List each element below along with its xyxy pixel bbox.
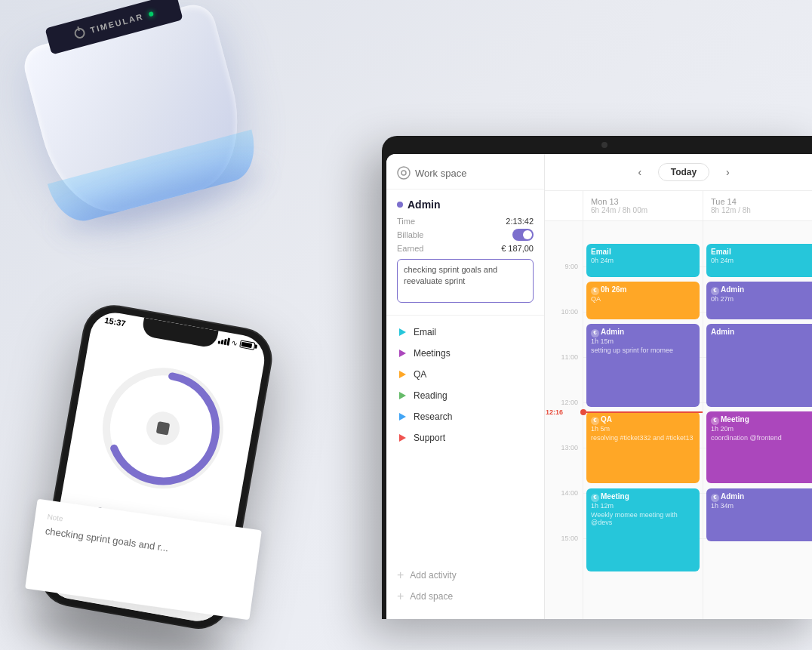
event-duration: 1h 5m: [591, 425, 695, 433]
earned-value: € 187,00: [501, 244, 534, 253]
today-button[interactable]: Today: [658, 163, 709, 181]
app-sidebar: Work space Admin Time 2:13:42 Billable: [386, 154, 545, 619]
event-tue-meeting[interactable]: €Meeting 1h 20m coordination @frontend: [706, 411, 812, 483]
activity-item-reading[interactable]: Reading: [386, 385, 544, 406]
phone-signals: ∿: [217, 336, 255, 350]
event-note: coordination @frontend: [711, 434, 812, 442]
day-name-mon: Mon 13: [591, 197, 695, 206]
billable-row: Billable: [397, 229, 534, 241]
day-col-mon: Mon 13 6h 24m / 8h 00m: [583, 191, 703, 220]
next-arrow[interactable]: ›: [718, 163, 737, 181]
note-textarea[interactable]: checking sprint goals and reevaluate spr…: [397, 259, 534, 303]
tablet-screen: Work space Admin Time 2:13:42 Billable: [386, 154, 812, 619]
time-labels: 9:00 10:00 11:00 12:00 13:00 14:00 15:00: [545, 221, 583, 619]
play-support-icon: [397, 433, 408, 443]
event-duration: 1h 34m: [711, 502, 812, 510]
battery-icon: [239, 340, 255, 350]
calendar-body: 9:00 10:00 11:00 12:00 13:00 14:00 15:00: [545, 221, 812, 619]
activity-item-support[interactable]: Support: [386, 427, 544, 448]
event-duration: 1h 20m: [711, 425, 812, 433]
tablet-frame: Work space Admin Time 2:13:42 Billable: [382, 136, 812, 619]
time-value: 2:13:42: [506, 217, 534, 226]
event-title: €Admin: [711, 491, 812, 502]
event-title: Email: [591, 247, 695, 257]
event-mon-qa1[interactable]: €0h 26m QA: [586, 282, 700, 319]
timeular-device: TIMEULAR: [23, 8, 279, 234]
play-email-icon: [397, 327, 408, 337]
workspace-header: Work space: [386, 166, 544, 189]
day-column-tue: Email 0h 24m €Admin 0h 27m Admin: [703, 221, 812, 619]
current-time-linepart: [586, 411, 703, 413]
event-tue-admin2[interactable]: Admin: [706, 324, 812, 407]
event-mon-meeting[interactable]: €Meeting 1h 12m Weekly momee meeting wit…: [586, 488, 700, 571]
time-label: Time: [397, 217, 415, 226]
device-brand-label: TIMEULAR: [89, 12, 144, 35]
workspace-icon: [397, 166, 411, 180]
tablet-container: Work space Admin Time 2:13:42 Billable: [382, 136, 812, 627]
current-time-dot: [580, 409, 586, 415]
add-activity-plus-icon: +: [397, 569, 404, 581]
time-label-11: 11:00: [561, 353, 578, 361]
activity-item-email[interactable]: Email: [386, 322, 544, 343]
signal-bar-4: [226, 337, 230, 345]
active-entry-header: Admin: [397, 199, 534, 211]
activity-item-meetings[interactable]: Meetings: [386, 343, 544, 364]
billable-toggle[interactable]: [512, 229, 534, 241]
time-gutter-header: [545, 191, 583, 220]
app-calendar: ‹ Today › Mon 13 6h 24m / 8h 00m Tue 14 …: [545, 154, 812, 619]
event-duration: 0h 27m: [711, 295, 812, 303]
event-title: €Admin: [591, 327, 695, 337]
current-time-label: 12:16: [546, 408, 563, 416]
earned-row: Earned € 187,00: [397, 244, 534, 253]
day-hours-mon: 6h 24m / 8h 00m: [591, 206, 695, 214]
activity-label-research: Research: [414, 411, 452, 422]
day-column-mon: 12:16 Email 0h 24m €0h 26m: [583, 221, 703, 619]
time-label-13: 13:00: [561, 444, 578, 451]
time-label-12: 12:00: [561, 399, 578, 406]
event-title: €Meeting: [591, 491, 695, 502]
time-label-15: 15:00: [561, 534, 578, 542]
calendar-header: ‹ Today ›: [545, 154, 812, 191]
play-qa-icon: [397, 369, 408, 380]
event-mon-email[interactable]: Email 0h 24m: [586, 244, 700, 277]
event-title: €QA: [591, 414, 695, 425]
days-grid: 12:16 Email 0h 24m €0h 26m: [583, 221, 812, 619]
svg-point-1: [398, 167, 410, 179]
add-activity-btn[interactable]: + Add activity: [386, 565, 544, 586]
calendar-days-header: Mon 13 6h 24m / 8h 00m Tue 14 8h 12m / 8…: [545, 191, 812, 221]
active-entry-name: Admin: [408, 199, 441, 211]
wifi-icon: ∿: [231, 338, 238, 347]
activity-label-support: Support: [414, 433, 445, 443]
event-duration: QA: [591, 295, 695, 303]
time-label-9: 9:00: [564, 263, 578, 270]
event-title: €0h 26m: [591, 285, 695, 295]
activity-label-email: Email: [414, 327, 436, 337]
event-mon-qa2[interactable]: €QA 1h 5m resolving #ticket332 and #tick…: [586, 411, 700, 483]
add-activity-label: Add activity: [410, 570, 456, 581]
play-research-icon: [397, 411, 408, 422]
event-duration: 1h 15m: [591, 337, 695, 345]
active-entry-section: Admin Time 2:13:42 Billable Earned € 187…: [386, 189, 544, 316]
activity-item-research[interactable]: Research: [386, 406, 544, 427]
prev-arrow[interactable]: ‹: [631, 163, 649, 181]
add-space-btn[interactable]: + Add space: [386, 586, 544, 607]
event-note: Weekly momee meeting with @devs: [591, 511, 695, 526]
event-duration: 1h 12m: [591, 502, 695, 510]
activity-item-qa[interactable]: QA: [386, 364, 544, 385]
activity-label-qa: QA: [414, 369, 426, 380]
day-name-tue: Tue 14: [711, 197, 812, 206]
add-space-plus-icon: +: [397, 590, 404, 602]
event-title: €Meeting: [711, 414, 812, 425]
day-hours-tue: 8h 12m / 8h: [711, 206, 812, 214]
event-mon-admin[interactable]: €Admin 1h 15m setting up sprint for mome…: [586, 324, 700, 407]
time-label-14: 14:00: [561, 489, 578, 497]
phone-circle-container: [93, 359, 232, 498]
day-col-tue: Tue 14 8h 12m / 8h: [703, 191, 812, 220]
play-reading-icon: [397, 390, 408, 401]
event-tue-admin1[interactable]: €Admin 0h 27m: [706, 282, 812, 319]
stop-icon: [156, 421, 171, 436]
event-tue-email[interactable]: Email 0h 24m: [706, 244, 812, 277]
activity-label-reading: Reading: [414, 390, 448, 401]
event-note: setting up sprint for momee: [591, 347, 695, 354]
event-tue-admin3[interactable]: €Admin 1h 34m: [706, 488, 812, 541]
